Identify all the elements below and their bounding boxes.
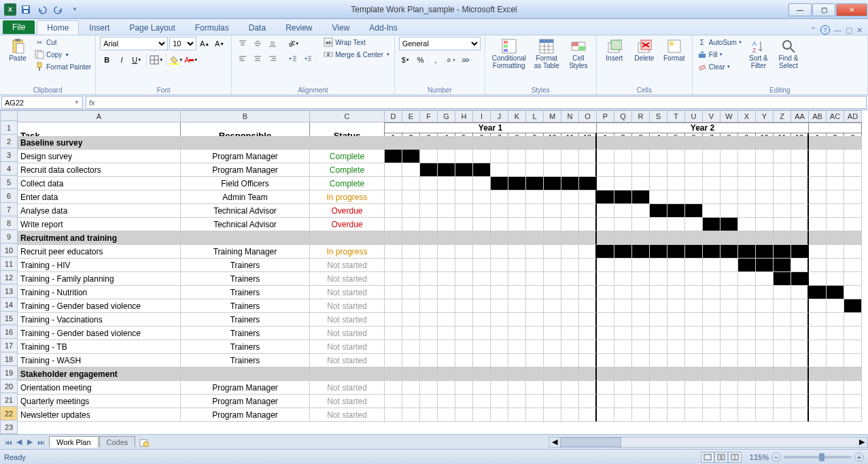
gantt-cell[interactable] bbox=[632, 395, 650, 408]
gantt-cell[interactable] bbox=[473, 163, 491, 177]
gantt-cell[interactable] bbox=[703, 327, 721, 340]
responsible-cell[interactable]: Program Manager bbox=[181, 408, 310, 422]
gantt-cell[interactable] bbox=[544, 340, 561, 354]
gantt-cell[interactable] bbox=[632, 340, 650, 354]
row-header[interactable]: 16 bbox=[0, 325, 18, 339]
align-top-button[interactable] bbox=[236, 37, 249, 50]
gantt-cell[interactable] bbox=[597, 299, 614, 313]
gantt-cell[interactable] bbox=[774, 150, 791, 163]
gantt-cell[interactable] bbox=[632, 327, 650, 340]
gantt-cell[interactable] bbox=[508, 218, 526, 231]
gantt-cell[interactable] bbox=[614, 367, 632, 381]
gantt-cell[interactable] bbox=[756, 150, 774, 163]
status-cell[interactable] bbox=[310, 367, 385, 381]
gantt-cell[interactable] bbox=[561, 340, 579, 354]
gantt-cell[interactable] bbox=[491, 286, 508, 299]
gantt-cell[interactable] bbox=[385, 190, 402, 204]
gantt-cell[interactable] bbox=[685, 150, 703, 163]
gantt-cell[interactable] bbox=[738, 395, 756, 408]
gantt-cell[interactable] bbox=[844, 286, 862, 299]
gantt-cell[interactable] bbox=[508, 163, 526, 177]
gantt-cell[interactable] bbox=[508, 150, 526, 163]
gantt-cell[interactable] bbox=[473, 245, 491, 259]
gantt-cell[interactable] bbox=[774, 381, 791, 395]
gantt-cell[interactable] bbox=[721, 245, 738, 259]
row-header[interactable]: 23 bbox=[0, 420, 18, 434]
zoom-slider[interactable] bbox=[784, 456, 852, 459]
gantt-cell[interactable] bbox=[703, 272, 721, 286]
gantt-cell[interactable] bbox=[526, 259, 544, 272]
tab-formulas[interactable]: Formulas bbox=[186, 21, 239, 35]
gantt-cell[interactable] bbox=[579, 245, 597, 259]
gantt-cell[interactable] bbox=[544, 190, 561, 204]
gantt-cell[interactable] bbox=[614, 245, 632, 259]
gantt-cell[interactable] bbox=[473, 408, 491, 422]
task-cell[interactable]: Training - Gender based violence bbox=[18, 327, 181, 340]
responsible-cell[interactable]: Trainers bbox=[181, 340, 310, 354]
row-header[interactable]: 1 bbox=[0, 121, 18, 135]
gantt-cell[interactable] bbox=[703, 177, 721, 190]
gantt-cell[interactable] bbox=[703, 354, 721, 367]
close-button[interactable]: ✕ bbox=[836, 3, 867, 16]
gantt-cell[interactable] bbox=[526, 395, 544, 408]
gantt-cell[interactable] bbox=[385, 136, 402, 150]
status-cell[interactable]: Not started bbox=[310, 395, 385, 408]
gantt-cell[interactable] bbox=[579, 150, 597, 163]
gantt-cell[interactable] bbox=[455, 218, 473, 231]
gantt-cell[interactable] bbox=[738, 367, 756, 381]
gantt-cell[interactable] bbox=[685, 272, 703, 286]
gantt-cell[interactable] bbox=[774, 231, 791, 245]
gantt-cell[interactable] bbox=[526, 163, 544, 177]
gantt-cell[interactable] bbox=[561, 190, 579, 204]
gantt-cell[interactable] bbox=[561, 381, 579, 395]
col-header[interactable]: S bbox=[650, 110, 667, 122]
gantt-cell[interactable] bbox=[844, 204, 862, 218]
responsible-cell[interactable]: Trainers bbox=[181, 354, 310, 367]
gantt-cell[interactable] bbox=[544, 150, 561, 163]
gantt-cell[interactable] bbox=[491, 231, 508, 245]
task-cell[interactable]: Recruitment and training bbox=[18, 231, 181, 245]
gantt-cell[interactable] bbox=[508, 354, 526, 367]
gantt-cell[interactable] bbox=[827, 177, 844, 190]
gantt-cell[interactable] bbox=[844, 177, 862, 190]
gantt-cell[interactable] bbox=[402, 299, 420, 313]
col-header[interactable]: I bbox=[473, 110, 491, 122]
gantt-cell[interactable] bbox=[420, 340, 438, 354]
gantt-cell[interactable] bbox=[473, 190, 491, 204]
gantt-cell[interactable] bbox=[455, 150, 473, 163]
tab-addins[interactable]: Add-Ins bbox=[360, 21, 406, 35]
gantt-cell[interactable] bbox=[632, 299, 650, 313]
gantt-cell[interactable] bbox=[791, 395, 809, 408]
gantt-cell[interactable] bbox=[650, 231, 667, 245]
gantt-cell[interactable] bbox=[508, 136, 526, 150]
gantt-cell[interactable] bbox=[650, 313, 667, 327]
gantt-cell[interactable] bbox=[597, 354, 614, 367]
sheet-tab-codes[interactable]: Codes bbox=[99, 436, 136, 448]
gantt-cell[interactable] bbox=[561, 231, 579, 245]
gantt-cell[interactable] bbox=[402, 204, 420, 218]
tab-review[interactable]: Review bbox=[276, 21, 322, 35]
tab-view[interactable]: View bbox=[323, 21, 360, 35]
tab-data[interactable]: Data bbox=[239, 21, 275, 35]
gantt-cell[interactable] bbox=[809, 395, 827, 408]
gantt-cell[interactable] bbox=[385, 204, 402, 218]
gantt-cell[interactable] bbox=[420, 327, 438, 340]
task-cell[interactable]: Training - WASH bbox=[18, 354, 181, 367]
bold-button[interactable]: B bbox=[100, 53, 114, 67]
gantt-cell[interactable] bbox=[402, 354, 420, 367]
status-cell[interactable]: Complete bbox=[310, 177, 385, 190]
gantt-cell[interactable] bbox=[491, 395, 508, 408]
gantt-cell[interactable] bbox=[844, 231, 862, 245]
gantt-cell[interactable] bbox=[420, 299, 438, 313]
gantt-cell[interactable] bbox=[632, 231, 650, 245]
gantt-cell[interactable] bbox=[809, 367, 827, 381]
row-header[interactable]: 3 bbox=[0, 148, 18, 162]
gantt-cell[interactable] bbox=[526, 313, 544, 327]
gantt-cell[interactable] bbox=[438, 299, 455, 313]
gantt-cell[interactable] bbox=[561, 299, 579, 313]
gantt-cell[interactable] bbox=[544, 231, 561, 245]
col-header[interactable]: N bbox=[561, 110, 579, 122]
font-size-select[interactable]: 10 bbox=[169, 37, 196, 50]
gantt-cell[interactable] bbox=[597, 408, 614, 422]
gantt-cell[interactable] bbox=[455, 340, 473, 354]
